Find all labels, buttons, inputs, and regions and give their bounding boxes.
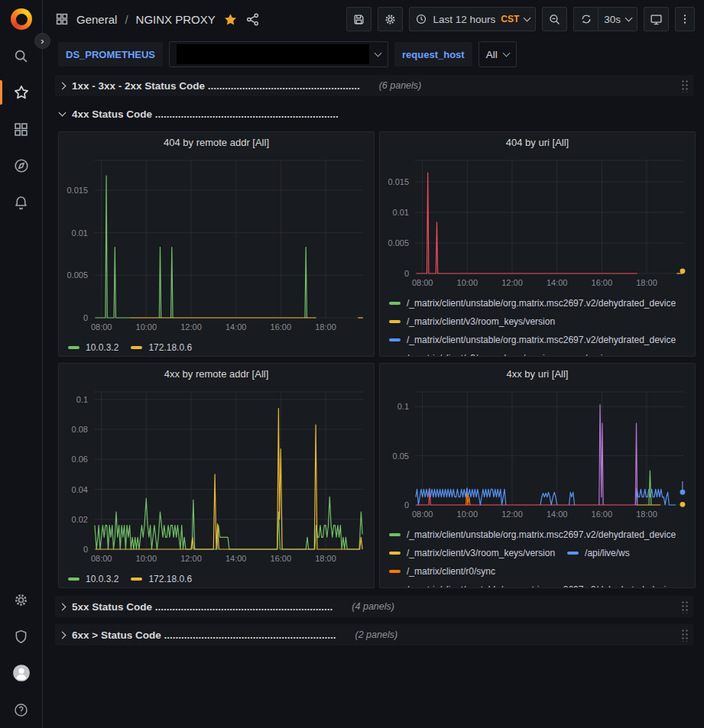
svg-text:0.01: 0.01 [393,208,409,217]
panel-title[interactable]: 4xx by remote addr [All] [59,364,374,384]
legend-item[interactable]: 10.0.3.2 [68,572,118,585]
legend-swatch [389,320,401,323]
panel-title[interactable]: 404 by uri [All] [380,132,695,153]
svg-text:0.015: 0.015 [388,177,409,186]
grafana-logo[interactable] [11,8,32,30]
svg-text:18:00: 18:00 [315,554,336,563]
shield-icon [13,629,29,645]
svg-text:16:00: 16:00 [592,278,613,287]
sidebar-expand-button[interactable]: › [34,33,50,49]
sidebar-item-profile[interactable] [0,655,42,691]
legend-item[interactable]: /_matrix/client/unstable/org.matrix.msc2… [389,528,676,541]
zoom-out-icon [548,13,561,26]
svg-text:0.04: 0.04 [72,485,88,494]
datasource-variable-select[interactable] [169,41,388,67]
row-drag-handle[interactable] [681,629,689,642]
sidebar-item-dashboards[interactable] [0,111,42,147]
legend-item[interactable]: 10.0.3.2 [68,341,118,354]
legend-item[interactable]: /_matrix/client/unstable/org.matrix.msc2… [389,583,676,587]
page-title: NGINX PROXY [136,13,216,26]
svg-text:0.1: 0.1 [397,402,409,411]
svg-text:08:00: 08:00 [412,510,433,519]
legend-swatch [567,552,579,555]
sidebar-item-explore[interactable] [0,147,42,184]
legend-item[interactable]: 172.18.0.6 [131,341,192,354]
datasource-variable-label[interactable]: DS_PROMETHEUS [58,42,163,66]
legend-swatch [131,346,142,349]
avatar [11,663,31,683]
legend-swatch [68,578,79,581]
svg-text:10:00: 10:00 [457,510,479,519]
row-drag-handle[interactable] [681,79,689,92]
row-drag-handle[interactable] [681,600,689,613]
legend-item[interactable]: /_matrix/client/v3/room_keys/version [389,351,555,356]
time-series-chart[interactable]: 00.0050.010.01508:0010:0012:0014:0016:00… [59,153,372,335]
request-host-variable-label[interactable]: request_host [394,42,472,66]
legend-swatch [389,533,401,536]
svg-text:16:00: 16:00 [271,554,292,563]
time-series-chart[interactable]: 00.020.040.060.080.108:0010:0012:0014:00… [59,384,372,566]
legend-item[interactable]: /_matrix/client/r0/sync [389,565,495,578]
kebab-menu-button[interactable] [675,7,695,31]
svg-text:0.05: 0.05 [393,451,409,461]
legend-item[interactable]: 172.18.0.6 [131,572,192,585]
row-5xx[interactable]: 5xx Status Code ........................… [55,596,693,617]
variables-bar: DS_PROMETHEUS request_host All [43,38,704,70]
refresh-interval-picker[interactable]: 30s [598,7,637,31]
legend-swatch [131,578,142,581]
share-icon[interactable] [245,12,260,27]
svg-text:0.02: 0.02 [72,515,88,524]
time-range-picker[interactable]: Last 12 hours CST [409,7,536,31]
tv-mode-button[interactable] [644,7,669,31]
legend-label: /_matrix/client/v3/room_keys/version [407,316,555,327]
legend-swatch [389,570,401,573]
sidebar-item-server-admin[interactable] [0,618,42,655]
legend-label: 172.18.0.6 [148,342,192,353]
panel: 404 by uri [All] 00.0050.010.01508:0010:… [379,131,696,357]
favorite-star-icon[interactable] [223,12,238,27]
search-icon [13,48,29,64]
svg-text:0: 0 [404,269,409,278]
row-1xx-3xx-2xx[interactable]: 1xx - 3xx - 2xx Status Code ............… [55,75,693,96]
svg-text:08:00: 08:00 [412,278,433,287]
dashboard-settings-button[interactable] [378,7,403,31]
legend-item[interactable]: /api/live/ws [567,546,630,559]
monitor-icon [650,13,663,26]
svg-text:0.005: 0.005 [67,270,88,280]
sidebar-item-starred[interactable] [0,74,42,111]
request-host-variable-select[interactable]: All [479,41,517,67]
zoom-out-button[interactable] [542,7,567,31]
row-panel-count: (6 panels) [379,80,422,91]
panel-title[interactable]: 404 by remote addr [All] [59,132,374,153]
legend-item[interactable]: /_matrix/client/unstable/org.matrix.msc2… [389,333,676,346]
panel: 404 by remote addr [All] 00.0050.010.015… [58,131,375,357]
legend-item[interactable]: /_matrix/client/v3/room_keys/version [389,546,555,559]
datasource-value-redacted [177,44,369,64]
legend-item[interactable]: /_matrix/client/v3/room_keys/version [389,315,555,328]
svg-text:18:00: 18:00 [315,322,336,332]
legend-item[interactable]: /_matrix/client/unstable/org.matrix.msc2… [389,296,676,309]
row-title: 6xx > Status Code ......................… [72,629,336,641]
chevron-right-icon [59,631,67,639]
breadcrumb-section[interactable]: General [76,13,117,26]
row-4xx[interactable]: 4xx Status Code ........................… [55,103,693,125]
row-title: 5xx Status Code ........................… [72,601,333,613]
save-dashboard-button[interactable] [346,7,371,31]
time-series-chart[interactable]: 00.0050.010.01508:0010:0012:0014:0016:00… [380,153,693,290]
panel-title[interactable]: 4xx by uri [All] [380,364,695,384]
dashboard-body: 1xx - 3xx - 2xx Status Code ............… [43,70,704,728]
sidebar-item-help[interactable] [0,691,42,728]
refresh-group: 30s [573,7,637,31]
grafana-app: › General / NGINX PROXY [0,0,704,728]
legend-item[interactable]: /sw.js [567,351,607,356]
sidebar-item-configuration[interactable] [0,581,42,618]
breadcrumb: General / NGINX PROXY [76,12,260,27]
row-6xx[interactable]: 6xx > Status Code ......................… [55,624,693,645]
compass-icon [13,157,30,174]
timezone-label: CST [501,14,519,24]
time-series-chart[interactable]: 00.050.108:0010:0012:0014:0016:0018:00 [380,384,693,522]
refresh-button[interactable] [573,7,598,31]
legend-label: /_matrix/client/unstable/org.matrix.msc2… [407,335,676,345]
chevron-right-icon [59,82,67,89]
sidebar-item-alerting[interactable] [0,184,42,221]
